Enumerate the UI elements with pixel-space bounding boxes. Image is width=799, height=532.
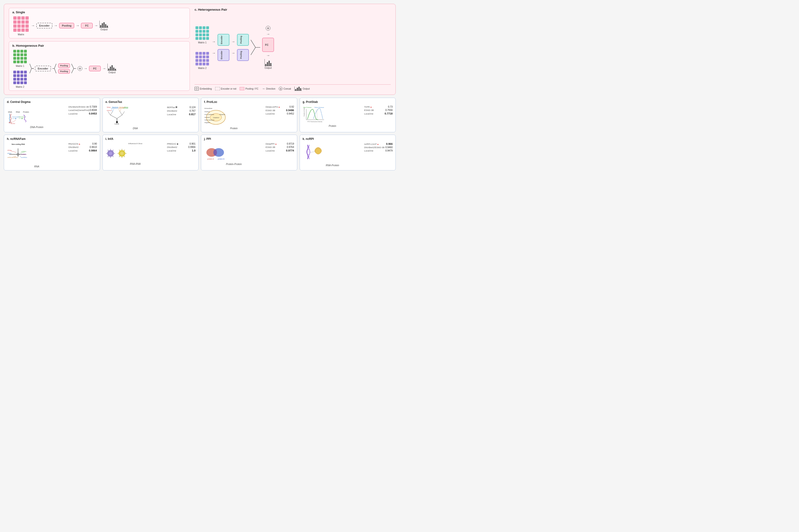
svg-line-70	[11, 151, 16, 152]
task-h-value-2: 0.9864	[89, 149, 97, 152]
output-bars-hetero	[264, 59, 272, 66]
task-h-value-0: 0.90	[92, 142, 97, 145]
legend-pooling-label: Pooling / FC	[245, 88, 258, 90]
task-g-content: After Protease Before Protease Fraction …	[303, 106, 393, 127]
svg-line-5	[54, 64, 56, 69]
homo-to-concat	[71, 61, 76, 76]
homo-diagram: Matrix 1 Matrix 2	[12, 49, 186, 88]
svg-line-36	[110, 111, 113, 115]
homo-matrix1: Matrix 1	[12, 49, 28, 67]
task-e-score-2: LucaOne 0.817	[167, 113, 196, 116]
task-d-score-1: LucaOne(Gene/Prot) 0.8048	[69, 109, 97, 111]
hetero-grid2	[194, 51, 210, 66]
task-f-image: Extracellular Fimbrium Inner membrane Nu…	[204, 106, 264, 130]
hetero-arrows2: → →	[231, 40, 235, 55]
svg-line-38	[122, 111, 125, 115]
task-k-scores: ncRPI-LGAT 0.966 DNABert2/ESM2-3B 0.9460…	[364, 142, 393, 152]
arrow1: →	[31, 23, 35, 28]
task-card-e: e. GenusTax Virus Bacteria Archaea Eukar…	[103, 98, 199, 132]
task-h-scores: RNAGCN 0.90 DNABert2 0.9610 LucaOne 0.98…	[69, 142, 97, 152]
svg-line-10	[251, 40, 256, 48]
svg-text:Inner membrane: Inner membrane	[204, 114, 214, 115]
svg-text:LUCA: LUCA	[115, 123, 119, 125]
svg-line-40	[113, 109, 114, 111]
virus1-svg	[106, 148, 115, 158]
svg-marker-3	[33, 68, 34, 69]
arrow-hetero-out: →	[266, 53, 270, 58]
svg-text:Protein: Protein	[23, 111, 29, 113]
legend-encoder-icon	[215, 87, 220, 90]
svg-text:Extracellular: Extracellular	[204, 108, 212, 109]
arrow-hetero-fc: →	[266, 32, 270, 36]
task-d-score-2: LucaOne 0.8453	[69, 112, 97, 115]
svg-line-1	[30, 69, 32, 73]
svg-text:Influenza: Influenza	[107, 110, 112, 111]
task-h-content: Non-coding RNA rRNAs tRNAs snRNAs l	[7, 142, 97, 168]
svg-line-33	[110, 115, 117, 118]
task-j-score-1: ESM2-3B 0.9764	[266, 146, 294, 148]
task-d-value-0: 0.7309	[90, 106, 97, 108]
ppi-svg: protein A protein B	[204, 142, 226, 162]
task-h-score-2: LucaOne 0.9864	[69, 149, 97, 152]
homo-poolings: Pooling Pooling	[58, 63, 70, 74]
hetero-panel: c. Heterogeneous Pair Matrix 1	[194, 8, 391, 91]
hetero-grid1	[194, 25, 210, 41]
task-k-value-2: 0.9479	[385, 149, 393, 152]
task-g-value-2: 0.7718	[385, 112, 393, 115]
task-card-g: g. ProtStab After Protease Before Protea…	[300, 98, 396, 132]
svg-text:Lactobacillus: Lactobacillus	[111, 108, 118, 109]
homo-grid2	[12, 70, 28, 85]
svg-line-92	[124, 150, 125, 151]
task-j-value-2: 0.9774	[286, 149, 294, 152]
task-d-scores: DNABert2/ESM2-3B 0.7309 LucaOne(Gene/Pro…	[69, 106, 97, 115]
task-card-h: h. ncRNAFam Non-coding RNA rRNAs tRNAs	[4, 135, 100, 170]
task-d-content: DNA RNA Protein trans	[7, 106, 97, 129]
task-g-label-0: TAPE	[364, 106, 372, 108]
task-d-modality: DNA-Protein	[7, 126, 67, 129]
svg-line-39	[111, 109, 113, 111]
svg-text:RNA: RNA	[16, 111, 20, 113]
task-g-score-1: ESM2-3B 0.7556	[364, 109, 393, 111]
homo-fork-arrow2	[52, 61, 57, 76]
fc-box-homo: FC	[89, 66, 101, 71]
legend-embedding: Embedding	[194, 87, 212, 91]
task-h-label-0: RNAGCN	[69, 142, 80, 145]
task-g-label-1: ESM2-3B	[364, 109, 374, 111]
task-i-caption: Influenza A Virus	[106, 142, 165, 145]
legend-pooling: Pooling / FC	[240, 87, 258, 90]
task-k-score-2: LucaOne 0.9479	[364, 149, 393, 152]
svg-line-37	[120, 111, 122, 115]
concat-symbol-homo: ⊕	[78, 66, 82, 71]
task-g-scores: TAPE 0.73 ESM2-3B 0.7556 LucaOne 0.7718	[364, 106, 393, 115]
svg-text:rRNAs: rRNAs	[7, 150, 12, 151]
legend-pooling-icon	[240, 87, 244, 90]
task-f-label-0: DeepLocPro	[266, 106, 280, 108]
task-cards-section: d. Central Dogma DNA RNA Protein	[4, 98, 396, 170]
task-g-score-2: LucaOne 0.7718	[364, 112, 393, 115]
svg-line-41	[118, 109, 120, 111]
task-j-label-0: DeepPPI	[266, 142, 277, 145]
output-bars-homo	[108, 63, 116, 71]
concat-symbol-hetero: ⊕	[266, 26, 271, 31]
svg-text:Fraction of Cells: Fraction of Cells	[303, 108, 305, 116]
ncrpi-svg	[303, 142, 325, 163]
task-f-score-2: LucaOne 0.9452	[266, 112, 294, 115]
svg-text:lncRNAs: lncRNAs	[21, 154, 26, 155]
task-j-title: j. PPI	[204, 137, 294, 140]
svg-text:Fimbrium: Fimbrium	[204, 111, 210, 112]
output-bars-single	[99, 21, 108, 28]
legend-direction-label: Direction	[266, 88, 275, 90]
task-e-value-2: 0.817	[189, 113, 196, 116]
task-h-title: h. ncRNAFam	[7, 137, 97, 140]
svg-line-0	[30, 64, 32, 69]
task-card-d: d. Central Dogma DNA RNA Protein	[4, 98, 100, 132]
single-grid	[12, 15, 30, 33]
task-e-modality: DNA	[106, 127, 165, 130]
task-k-image: RNA-Protein	[303, 142, 363, 167]
output-hetero: Output	[264, 59, 272, 69]
task-k-modality: RNA-Protein	[303, 164, 363, 167]
svg-line-82	[113, 150, 113, 151]
output-homo-label: Output	[108, 71, 115, 74]
task-e-title: e. GenusTax	[106, 100, 196, 103]
left-panels: a. Single Matrix → Encoder → Po	[9, 8, 190, 91]
